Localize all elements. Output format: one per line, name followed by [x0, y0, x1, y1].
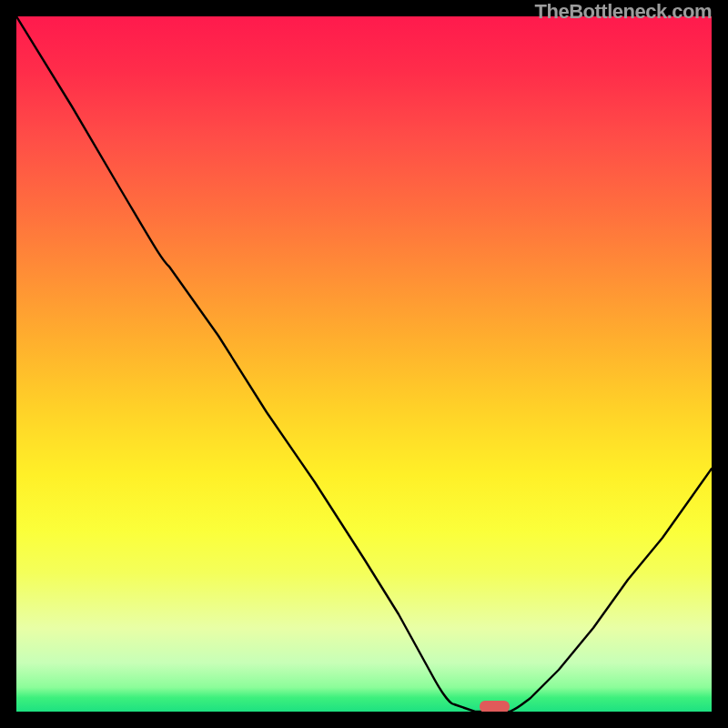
plot-area: [16, 16, 712, 712]
chart-stage: TheBottleneck.com: [0, 0, 728, 728]
optimal-marker: [480, 701, 510, 712]
chart-svg: [16, 16, 712, 712]
bottleneck-curve: [16, 16, 712, 712]
